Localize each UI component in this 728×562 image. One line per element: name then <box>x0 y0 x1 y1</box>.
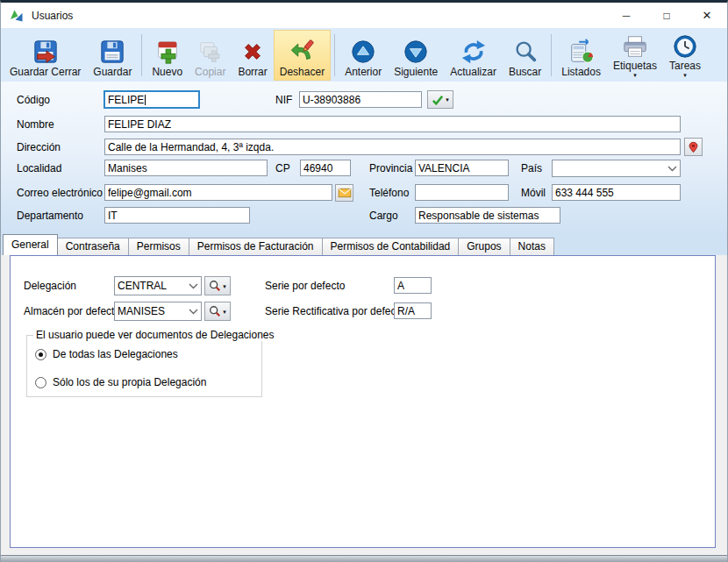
toolbar-button-guardar-cerrar[interactable]: Guardar Cerrar <box>4 30 87 81</box>
tab-contrasena[interactable]: Contraseña <box>57 238 129 255</box>
provincia-input[interactable] <box>415 160 509 176</box>
chevron-down-icon <box>189 309 198 315</box>
localidad-input[interactable] <box>104 160 268 176</box>
delegacion-lookup-button[interactable]: ▾ <box>204 276 231 295</box>
toolbar-button-label: Etiquetas <box>613 60 657 72</box>
nif-input[interactable] <box>299 91 422 108</box>
delegations-groupbox: El usuario puede ver documentos de Deleg… <box>26 335 262 397</box>
tab-notas[interactable]: Notas <box>510 238 554 255</box>
search-icon <box>512 38 539 66</box>
radio-label: Sólo los de su propia Delegación <box>53 376 206 388</box>
toolbar-button-anterior[interactable]: Anterior <box>339 30 388 81</box>
toolbar-button-label: Tareas <box>669 60 701 72</box>
user-form: Código FELIPE NIF ▾ Nombre Dirección Loc… <box>1 82 727 234</box>
toolbar-button-label: Copiar <box>195 67 225 78</box>
pais-select[interactable] <box>552 160 681 177</box>
serie-rectificativa-input[interactable] <box>394 302 432 319</box>
magnifier-icon <box>209 280 221 292</box>
toolbar-button-label: Buscar <box>509 67 541 78</box>
delegacion-select[interactable]: CENTRAL <box>114 276 202 295</box>
codigo-value: FELIPE <box>108 94 144 106</box>
toolbar-button-label: Siguiente <box>394 67 438 78</box>
toolbar: Guardar Cerrar Guardar <box>1 28 727 82</box>
serie-rectificativa-label: Serie Rectificativa por defecto <box>265 305 404 317</box>
radio-unselected-icon <box>35 377 46 388</box>
window-controls: ─ □ ✕ <box>606 3 727 28</box>
toolbar-button-actualizar[interactable]: Actualizar <box>444 30 503 81</box>
toolbar-button-listados[interactable]: Listados <box>555 30 607 81</box>
toolbar-button-borrar[interactable]: Borrar <box>232 30 273 81</box>
cargo-input[interactable] <box>415 207 560 224</box>
almacen-select[interactable]: MANISES <box>114 302 202 321</box>
toolbar-button-tareas[interactable]: Tareas ▾ <box>663 30 707 81</box>
movil-label: Móvil <box>521 187 546 199</box>
toolbar-button-label: Nuevo <box>152 67 182 78</box>
radio-selected-icon <box>35 349 46 360</box>
minimize-button[interactable]: ─ <box>606 3 646 28</box>
departamento-input[interactable] <box>104 207 250 224</box>
almacen-lookup-button[interactable]: ▾ <box>204 302 231 321</box>
pais-label: País <box>521 162 542 174</box>
toolbar-button-label: Guardar Cerrar <box>10 67 81 78</box>
toolbar-button-etiquetas[interactable]: Etiquetas ▾ <box>607 30 663 81</box>
toolbar-button-siguiente[interactable]: Siguiente <box>388 30 444 81</box>
map-button[interactable] <box>684 138 703 156</box>
save-close-icon <box>32 38 59 66</box>
serie-input[interactable] <box>394 277 432 294</box>
codigo-label: Código <box>17 94 50 106</box>
toolbar-button-label: Deshacer <box>280 67 325 78</box>
delegations-groupbox-title: El usuario puede ver documentos de Deleg… <box>33 329 277 341</box>
direccion-input[interactable] <box>104 139 681 155</box>
nombre-input[interactable] <box>104 116 681 132</box>
tab-permisos-facturacion[interactable]: Permisos de Facturación <box>189 238 323 255</box>
tab-grupos[interactable]: Grupos <box>458 238 510 255</box>
correo-input[interactable] <box>104 184 332 201</box>
magnifier-icon <box>209 305 221 317</box>
radio-label: De todas las Delegaciones <box>53 348 178 360</box>
toolbar-button-deshacer[interactable]: Deshacer <box>274 30 331 81</box>
send-email-button[interactable] <box>335 184 353 202</box>
envelope-icon <box>338 188 352 198</box>
almacen-value: MANISES <box>118 305 165 317</box>
tab-permisos-contabilidad[interactable]: Permisos de Contabilidad <box>322 238 460 255</box>
telefono-input[interactable] <box>415 184 509 201</box>
delete-icon <box>239 38 266 66</box>
tab-general[interactable]: General <box>3 234 58 255</box>
next-icon <box>403 38 429 66</box>
radio-propia-delegacion[interactable]: Sólo los de su propia Delegación <box>35 376 206 388</box>
tab-permisos[interactable]: Permisos <box>128 238 189 255</box>
nif-validate-button[interactable]: ▾ <box>427 90 453 109</box>
dropdown-arrow-icon: ▾ <box>683 73 687 78</box>
toolbar-button-guardar[interactable]: Guardar <box>87 30 138 81</box>
tab-panel-region: Delegación CENTRAL ▾ Serie por defecto A… <box>1 255 727 562</box>
chevron-down-icon <box>189 283 198 289</box>
provincia-label: Provincia <box>369 162 412 174</box>
toolbar-separator <box>334 34 335 76</box>
refresh-icon <box>460 38 487 66</box>
tabstrip: General Contraseña Permisos Permisos de … <box>1 234 727 255</box>
movil-input[interactable] <box>552 184 681 201</box>
toolbar-button-label: Guardar <box>93 67 132 78</box>
codigo-input[interactable]: FELIPE <box>103 90 200 109</box>
serie-label: Serie por defecto <box>265 280 345 292</box>
toolbar-separator <box>551 34 552 76</box>
undo-icon <box>289 38 315 66</box>
direccion-label: Dirección <box>17 141 61 153</box>
titlebar: Usuarios ─ □ ✕ <box>1 3 727 28</box>
maximize-button[interactable]: □ <box>646 3 687 28</box>
window-title: Usuarios <box>32 10 73 22</box>
dropdown-arrow-icon: ▾ <box>446 96 449 103</box>
cp-input[interactable] <box>300 160 351 176</box>
toolbar-button-copiar: Copiar <box>189 30 232 81</box>
toolbar-button-buscar[interactable]: Buscar <box>503 30 547 81</box>
new-record-icon <box>154 38 181 66</box>
delegacion-label: Delegación <box>24 280 76 292</box>
general-tab-panel: Delegación CENTRAL ▾ Serie por defecto A… <box>10 255 716 548</box>
chevron-down-icon <box>667 166 677 172</box>
text-caret <box>145 95 146 105</box>
close-button[interactable]: ✕ <box>687 3 727 28</box>
radio-todas-delegaciones[interactable]: De todas las Delegaciones <box>35 348 178 360</box>
previous-icon <box>350 38 376 66</box>
toolbar-button-nuevo[interactable]: Nuevo <box>146 30 189 81</box>
clock-icon <box>672 32 698 60</box>
